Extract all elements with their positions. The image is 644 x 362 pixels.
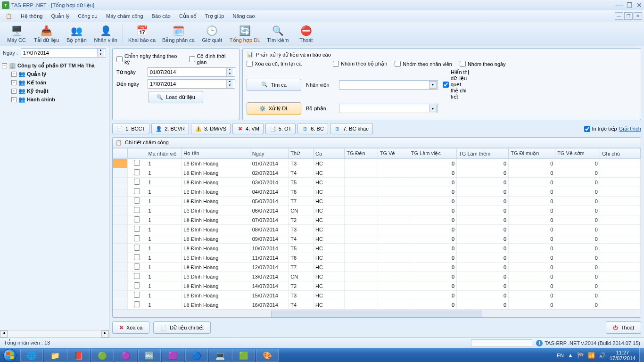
thoat-button[interactable]: ⏻ Thoát xyxy=(606,321,641,334)
network-icon[interactable]: 📶 xyxy=(588,352,595,359)
toolbtn-Giờ quét[interactable]: 🕒Giờ quét xyxy=(198,24,226,44)
menu-Cửa sổ[interactable]: Cửa sổ xyxy=(175,12,200,21)
col-9[interactable]: TG Làm việc xyxy=(409,148,456,159)
chk-codinh[interactable]: Cố định thời gian xyxy=(189,53,235,65)
taskbar-app[interactable]: 🔵 xyxy=(185,349,208,362)
system-clock[interactable]: 11:27 17/07/2014 xyxy=(610,350,636,361)
row-checkbox[interactable] xyxy=(134,207,140,213)
table-row[interactable]: 1Lê Đình Hoàng07/07/2014T2HC0000 xyxy=(113,215,641,225)
row-checkbox[interactable] xyxy=(134,226,140,232)
tree-node-Quản lý[interactable]: +👥Quản lý xyxy=(10,70,108,78)
tab-4. VM[interactable]: ✖4. VM xyxy=(232,123,264,134)
xoa-ca-button[interactable]: ✖ Xóa ca xyxy=(112,321,149,334)
grid-scroll[interactable]: Mã nhân viêHọ tênNgàyThứCaTG ĐếnTG VềTG … xyxy=(113,148,641,310)
toolbtn-Tổng hợp DL[interactable]: 🔄Tổng hợp DL xyxy=(227,24,263,44)
table-row[interactable]: 1Lê Đình Hoàng12/07/2014T7HC0000 xyxy=(113,263,641,272)
table-row[interactable]: 1Lê Đình Hoàng02/07/2014T4HC0000 xyxy=(113,168,641,178)
taskbar-app[interactable]: 📁 xyxy=(44,349,66,362)
taskbar-app[interactable]: 🟪 xyxy=(162,349,184,362)
minimize-icon[interactable]: — xyxy=(616,1,623,9)
dropdown-icon[interactable]: ▼ xyxy=(429,81,437,89)
col-3[interactable]: Họ tên xyxy=(182,148,250,159)
menu-system-icon[interactable]: 📋 xyxy=(2,12,16,21)
row-checkbox[interactable] xyxy=(134,179,140,185)
chk-hienthi[interactable]: Hiển thị dữ liệu quẹt thẻ chi tiết xyxy=(443,69,469,100)
col-7[interactable]: TG Đến xyxy=(345,148,378,159)
tab-1. BCCT[interactable]: 📄1. BCCT xyxy=(112,123,149,134)
dropdown-icon[interactable]: ▼ xyxy=(429,105,437,112)
chi-tiet-button[interactable]: 📄 Dữ liệu chi tiết xyxy=(153,321,211,334)
tab-6. BC[interactable]: 🗓6. BC xyxy=(297,123,328,134)
menu-Quản lý[interactable]: Quản lý xyxy=(47,12,73,21)
tim-ca-button[interactable]: 🔍 Tìm ca xyxy=(247,79,301,91)
menu-Máy chấm công[interactable]: Máy chấm công xyxy=(102,12,147,21)
tree-node-Kỹ thuật[interactable]: +👥Kỹ thuật xyxy=(10,87,108,95)
row-checkbox[interactable] xyxy=(134,188,140,194)
menu-Trợ giúp[interactable]: Trợ giúp xyxy=(201,12,228,21)
table-row[interactable]: 1Lê Đình Hoàng01/07/2014T3HC0000 xyxy=(113,159,641,168)
row-checkbox[interactable] xyxy=(134,301,140,307)
col-6[interactable]: Ca xyxy=(314,148,345,159)
xu-ly-button[interactable]: ⚙️ Xử lý DL xyxy=(247,102,301,115)
chk-nhom-bp[interactable]: Nhóm theo bộ phận xyxy=(333,61,387,67)
tree-node-Hành chính[interactable]: +👥Hành chính xyxy=(10,95,108,104)
expand-icon[interactable]: + xyxy=(11,97,17,102)
tree-node-Kế toán[interactable]: +👥Kế toán xyxy=(10,78,108,87)
row-checkbox[interactable] xyxy=(134,216,140,222)
toolbtn-Thoát[interactable]: ⛔Thoát xyxy=(292,24,320,44)
sidebar-hscroll[interactable]: ◄► xyxy=(0,330,109,337)
menu-Nâng cao[interactable]: Nâng cao xyxy=(229,12,258,20)
taskbar-app[interactable]: 🔤 xyxy=(138,349,161,362)
row-checkbox[interactable] xyxy=(134,273,140,279)
col-8[interactable]: TG Về xyxy=(378,148,409,159)
tree-root[interactable]: − 🏢 Công ty cổ phần ĐT TM Hà Thà xyxy=(1,61,108,70)
table-row[interactable]: 1Lê Đình Hoàng09/07/2014T4HC0000 xyxy=(113,234,641,244)
table-row[interactable]: 1Lê Đình Hoàng04/07/2014T6HC0000 xyxy=(113,187,641,197)
row-checkbox[interactable] xyxy=(134,282,140,288)
toolbtn-Khai báo ca[interactable]: 📅Khai báo ca xyxy=(125,24,158,44)
col-5[interactable]: Thứ xyxy=(289,148,314,159)
start-button[interactable] xyxy=(0,348,20,362)
table-row[interactable]: 1Lê Đình Hoàng10/07/2014T5HC0000 xyxy=(113,244,641,253)
menu-Báo cáo[interactable]: Báo cáo xyxy=(148,12,174,20)
load-data-button[interactable]: 🔍 Load dữ liệu xyxy=(149,91,203,103)
collapse-icon[interactable]: − xyxy=(2,63,7,68)
row-checkbox[interactable] xyxy=(134,245,140,251)
row-checkbox[interactable] xyxy=(134,263,140,270)
to-date-input[interactable]: 17/07/2014 ▲▼ xyxy=(148,79,235,89)
table-row[interactable]: 1Lê Đình Hoàng08/07/2014T3HC0000 xyxy=(113,225,641,234)
tray-up-icon[interactable]: ▲ xyxy=(568,352,573,359)
tab-3. ĐM/VS[interactable]: ⚠️3. ĐM/VS xyxy=(191,123,231,134)
expand-icon[interactable]: + xyxy=(11,72,17,77)
table-row[interactable]: 1Lê Đình Hoàng05/07/2014T7HC0000 xyxy=(113,197,641,206)
nhan-vien-combo[interactable]: ▼ xyxy=(339,80,438,90)
menu-Công cụ[interactable]: Công cụ xyxy=(74,12,101,21)
tab-7. BC khác[interactable]: 🗓7. BC khác xyxy=(330,123,373,134)
chk-nhom-ngay[interactable]: Nhóm theo ngày xyxy=(460,61,506,67)
table-row[interactable]: 1Lê Đình Hoàng13/07/2014CNHC0000 xyxy=(113,272,641,281)
close-icon[interactable]: ✕ xyxy=(636,1,642,9)
taskbar-app[interactable]: 🟩 xyxy=(232,349,255,362)
expand-icon[interactable]: + xyxy=(11,80,17,85)
chk-kyngay[interactable]: Chỉnh ngày tháng theo kỳ xyxy=(116,53,182,65)
toolbtn-Nhân viên[interactable]: 👤Nhân viên xyxy=(91,24,120,44)
chk-xoa-ca[interactable]: Xóa ca cũ, tìm lại ca xyxy=(247,61,302,67)
col-1[interactable] xyxy=(127,148,146,159)
col-0[interactable] xyxy=(113,148,128,159)
expand-icon[interactable]: + xyxy=(11,89,17,94)
table-row[interactable]: 1Lê Đình Hoàng11/07/2014T6HC0000 xyxy=(113,253,641,263)
from-date-input[interactable]: 01/07/2014 ▲▼ xyxy=(148,67,235,77)
mdi-min-icon[interactable]: — xyxy=(615,12,623,20)
row-checkbox[interactable] xyxy=(134,254,140,260)
table-row[interactable]: 1Lê Đình Hoàng15/07/2014T3HC0000 xyxy=(113,291,641,300)
tab-2. BCVR[interactable]: 👤2. BCVR xyxy=(151,123,189,134)
spin-down-icon[interactable]: ▼ xyxy=(97,53,104,57)
menu-Hệ thống[interactable]: Hệ thống xyxy=(17,12,46,21)
chk-nhom-nv[interactable]: Nhóm theo nhân viên xyxy=(395,61,452,67)
col-2[interactable]: Mã nhân viê xyxy=(146,148,182,159)
show-desktop[interactable] xyxy=(639,348,644,362)
col-11[interactable]: TG Đi muộn xyxy=(509,148,555,159)
row-checkbox[interactable] xyxy=(134,197,140,204)
row-checkbox[interactable] xyxy=(134,160,140,166)
col-13[interactable]: Ghi chú xyxy=(600,148,640,159)
